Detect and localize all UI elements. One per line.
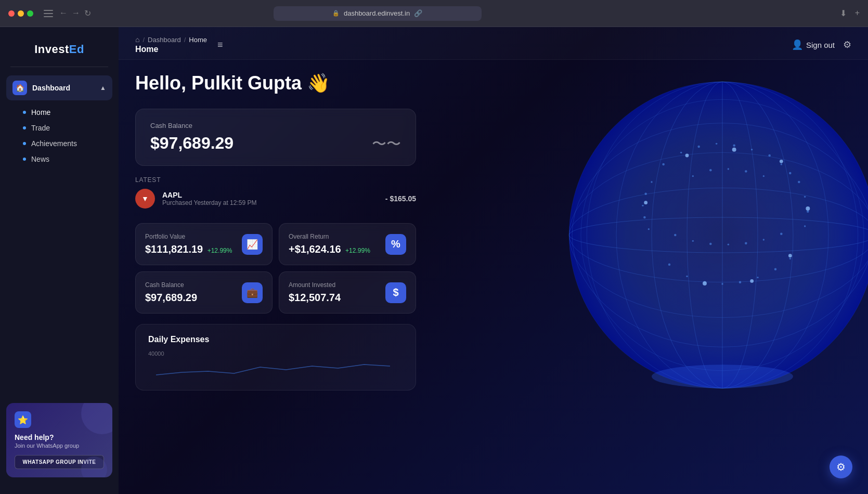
whatsapp-invite-button[interactable]: WHATSAPP GROUP INVITE — [15, 455, 104, 469]
news-label: News — [31, 155, 49, 163]
transaction-ticker: AAPL — [162, 191, 378, 199]
close-button[interactable] — [8, 10, 15, 17]
home-label: Home — [31, 108, 50, 116]
daily-expenses-section: Daily Expenses 40000 — [135, 324, 416, 391]
return-value: +$1,624.16 — [289, 243, 341, 255]
minimize-button[interactable] — [18, 10, 24, 17]
stat-card-cash: Cash Balance $97,689.29 💼 — [135, 271, 273, 314]
page-title: Home — [135, 45, 207, 54]
nav-group-dashboard: 🏠 Dashboard ▲ Home Trade Achievements — [0, 75, 119, 169]
transaction-info: AAPL Purchased Yesterday at 12:59 PM — [162, 191, 378, 206]
daily-expenses-title: Daily Expenses — [148, 335, 403, 344]
nav-arrows: ← → ↻ — [59, 8, 91, 18]
breadcrumb-home: Home — [189, 36, 207, 44]
breadcrumb-sep-1: / — [142, 36, 145, 44]
portfolio-label: Portfolio Value — [145, 233, 232, 240]
floating-settings-icon: ⚙ — [836, 461, 846, 473]
expenses-chart — [148, 357, 403, 378]
wave-icon: 〜〜 — [372, 134, 401, 154]
nav-sub-items: Home Trade Achievements News — [6, 102, 112, 169]
lock-icon: 🔒 — [332, 10, 340, 17]
app-container: InvestEd 🏠 Dashboard ▲ Home Trade — [0, 27, 868, 494]
sign-out-button[interactable]: 👤 Sign out — [792, 39, 835, 50]
invested-icon-button[interactable]: $ — [385, 282, 406, 303]
cash-stat-value: $97,689.29 — [145, 292, 197, 303]
cash-balance-label: Cash Balance — [150, 122, 401, 129]
url-text: dashboard.edinvest.in — [344, 9, 410, 17]
trade-label: Trade — [31, 124, 50, 132]
sign-out-label: Sign out — [806, 41, 835, 49]
sidebar-toggle-icon[interactable] — [44, 10, 53, 17]
download-icon[interactable]: ⬇ — [840, 8, 847, 18]
page-greeting: Hello, Pulkit Gupta 👋 — [135, 72, 851, 94]
breadcrumb-sep-2: / — [184, 36, 186, 44]
refresh-icon[interactable]: ↻ — [84, 8, 91, 18]
home-breadcrumb-icon: ⌂ — [135, 35, 139, 44]
nav-dot-news — [23, 158, 26, 161]
floating-settings-button[interactable]: ⚙ — [830, 456, 852, 478]
stat-card-return: Overall Return +$1,624.16 +12.99% % — [279, 223, 416, 265]
transaction-amount: - $165.05 — [385, 194, 416, 203]
sidebar-item-home[interactable]: Home — [17, 105, 112, 120]
dashboard-label: Dashboard — [32, 84, 95, 92]
nav-dot-home — [23, 111, 26, 114]
help-card-title: Need help? — [15, 433, 104, 441]
share-icon: 🔗 — [414, 9, 422, 17]
achievements-label: Achievements — [31, 139, 77, 148]
sidebar-divider — [10, 67, 108, 67]
new-tab-icon[interactable]: + — [855, 8, 860, 18]
help-card-subtitle: Join our WhatsApp group — [15, 443, 104, 449]
latest-label: LATEST — [135, 176, 416, 184]
transaction-description: Purchased Yesterday at 12:59 PM — [162, 199, 378, 206]
help-badge-icon: ⭐ — [15, 411, 31, 428]
return-value-row: +$1,624.16 +12.99% — [289, 243, 370, 255]
dashboard-icon: 🏠 — [12, 81, 27, 95]
nav-dot-trade — [23, 126, 26, 129]
sidebar-item-news[interactable]: News — [17, 151, 112, 167]
portfolio-change: +12.99% — [208, 247, 232, 254]
sidebar-item-achievements[interactable]: Achievements — [17, 136, 112, 151]
portfolio-value: $111,821.19 — [145, 243, 203, 255]
invested-label: Amount Invested — [289, 281, 341, 289]
cash-stat-label: Cash Balance — [145, 281, 197, 289]
main-header: ⌂ / Dashboard / Home Home ≡ 👤 Sign out ⚙ — [119, 27, 868, 60]
back-arrow-icon[interactable]: ← — [59, 8, 68, 18]
forward-arrow-icon[interactable]: → — [72, 8, 80, 18]
latest-section: LATEST ▼ AAPL Purchased Yesterday at 12:… — [135, 176, 416, 209]
breadcrumb: ⌂ / Dashboard / Home — [135, 35, 207, 44]
portfolio-icon-button[interactable]: 📈 — [242, 234, 263, 255]
sidebar-item-trade[interactable]: Trade — [17, 120, 112, 136]
chevron-up-icon: ▲ — [100, 84, 106, 92]
stat-card-portfolio: Portfolio Value $111,821.19 +12.99% 📈 — [135, 223, 273, 265]
header-right: 👤 Sign out ⚙ — [792, 39, 851, 50]
stats-grid: Portfolio Value $111,821.19 +12.99% 📈 Ov… — [135, 223, 416, 314]
transaction-icon: ▼ — [135, 189, 155, 209]
nav-dot-achievements — [23, 142, 26, 145]
chart-y-label: 40000 — [148, 350, 403, 357]
return-label: Overall Return — [289, 233, 370, 240]
sidebar-item-dashboard[interactable]: 🏠 Dashboard ▲ — [6, 75, 112, 100]
sidebar: InvestEd 🏠 Dashboard ▲ Home Trade — [0, 27, 119, 494]
return-change: +12.99% — [345, 247, 370, 254]
breadcrumb-dashboard: Dashboard — [148, 36, 181, 44]
cash-icon-button[interactable]: 💼 — [242, 282, 263, 303]
page-body: Hello, Pulkit Gupta 👋 Cash Balance $97,6… — [119, 60, 868, 494]
main-content: ⌂ / Dashboard / Home Home ≡ 👤 Sign out ⚙… — [119, 27, 868, 494]
browser-actions: ⬇ + — [840, 8, 860, 18]
cash-info: Cash Balance $97,689.29 — [145, 281, 197, 304]
settings-icon[interactable]: ⚙ — [843, 39, 851, 50]
cash-balance-card: Cash Balance $97,689.29 〜〜 — [135, 109, 416, 166]
address-bar[interactable]: 🔒 dashboard.edinvest.in 🔗 — [274, 6, 482, 21]
menu-icon[interactable]: ≡ — [217, 40, 223, 50]
return-icon-button[interactable]: % — [385, 234, 406, 255]
stat-card-invested: Amount Invested $12,507.74 $ — [279, 271, 416, 314]
traffic-lights — [8, 10, 33, 17]
cash-balance-value: $97,689.29 — [150, 134, 401, 153]
transaction-item[interactable]: ▼ AAPL Purchased Yesterday at 12:59 PM -… — [135, 189, 416, 209]
invested-value: $12,507.74 — [289, 292, 341, 303]
user-icon: 👤 — [792, 39, 803, 50]
maximize-button[interactable] — [27, 10, 33, 17]
help-card: ⭐ Need help? Join our WhatsApp group WHA… — [6, 403, 112, 477]
app-logo: InvestEd — [0, 37, 119, 67]
portfolio-info: Portfolio Value $111,821.19 +12.99% — [145, 233, 232, 255]
